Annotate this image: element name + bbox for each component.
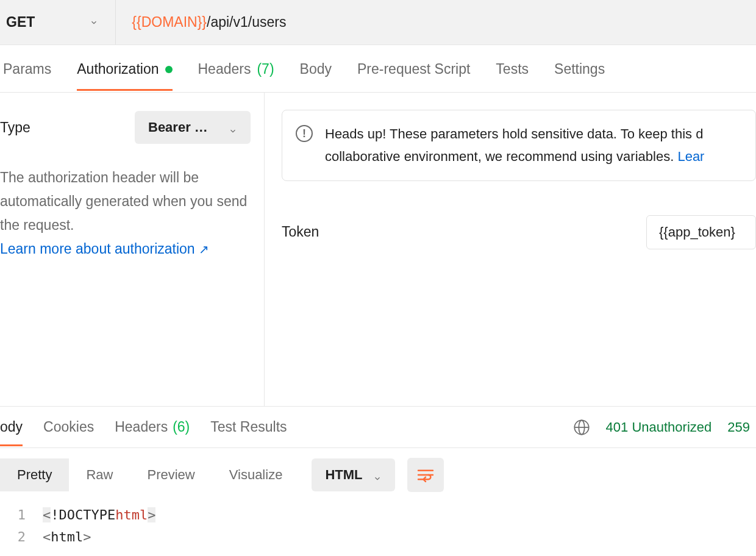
response-tab-cookies[interactable]: Cookies [43, 408, 94, 446]
tab-settings[interactable]: Settings [554, 46, 605, 91]
learn-more-link[interactable]: Learn more about authorization ↗ [0, 241, 209, 257]
auth-type-value: Bearer … [148, 119, 208, 135]
external-link-icon: ↗ [199, 242, 209, 257]
response-tab-body[interactable]: ody [0, 408, 23, 446]
notice-line-2: collaborative environment, we recommend … [325, 149, 677, 164]
tab-headers-count: (7) [257, 61, 274, 77]
url-path: /api/v1/users [207, 14, 286, 30]
tab-params[interactable]: Params [3, 46, 51, 91]
request-url-bar: GET {{DOMAIN}}/api/v1/users [0, 0, 756, 45]
url-input[interactable]: {{DOMAIN}}/api/v1/users [116, 0, 286, 45]
wrap-icon [416, 468, 435, 482]
tab-authorization-label: Authorization [77, 61, 159, 77]
response-view-controls: Pretty Raw Preview Visualize HTML [0, 448, 756, 502]
tab-authorization[interactable]: Authorization [77, 46, 172, 91]
tab-headers-label: Headers [198, 61, 251, 77]
globe-icon[interactable] [573, 419, 590, 436]
response-tabs: ody Cookies Headers (6) Test Results 401… [0, 407, 756, 448]
chevron-down-icon [90, 18, 98, 27]
response-format-select[interactable]: HTML [312, 458, 395, 491]
method-label: GET [6, 14, 35, 30]
response-tab-test-results[interactable]: Test Results [210, 408, 287, 446]
line-number: 1 [0, 507, 43, 522]
token-value: {{app_token} [659, 224, 735, 240]
code-token: < [43, 529, 51, 544]
response-tab-headers-label: Headers [115, 419, 168, 435]
code-token: > [83, 529, 91, 544]
response-tab-headers-count: (6) [173, 419, 190, 435]
chevron-down-icon [229, 123, 237, 132]
auth-type-label: Type [0, 119, 30, 136]
token-label: Token [282, 224, 319, 240]
wrap-lines-button[interactable] [407, 458, 444, 492]
tab-pre-request-script[interactable]: Pre-request Script [357, 46, 470, 91]
response-tab-headers[interactable]: Headers (6) [115, 408, 190, 446]
request-tabs: Params Authorization Headers (7) Body Pr… [0, 45, 756, 93]
code-token: > [148, 507, 155, 522]
view-preview-button[interactable]: Preview [130, 458, 212, 491]
notice-learn-link[interactable]: Lear [677, 149, 704, 164]
view-raw-button[interactable]: Raw [69, 458, 130, 491]
auth-right-column: ! Heads up! These parameters hold sensit… [265, 93, 756, 406]
response-format-value: HTML [325, 467, 362, 483]
view-visualize-button[interactable]: Visualize [212, 458, 300, 491]
auth-description: The authorization header will be automat… [0, 166, 251, 237]
view-pretty-button[interactable]: Pretty [0, 458, 69, 491]
url-variable: {{DOMAIN}} [132, 14, 207, 30]
response-time: 259 [727, 419, 750, 435]
tab-tests[interactable]: Tests [496, 46, 529, 91]
response-status-code: 401 Unauthorized [606, 419, 712, 435]
token-row: Token {{app_token} [282, 215, 756, 249]
notice-body: Heads up! These parameters hold sensitiv… [325, 123, 704, 168]
code-token: html [115, 507, 148, 522]
chevron-down-icon [373, 471, 382, 479]
code-token: < [43, 507, 51, 522]
auth-left-column: Type Bearer … The authorization header w… [0, 93, 265, 406]
learn-more-text: Learn more about authorization [0, 241, 195, 257]
line-number: 2 [0, 529, 43, 544]
view-mode-segment: Pretty Raw Preview Visualize [0, 458, 299, 491]
code-line: 2 <html> [0, 529, 756, 551]
tab-body[interactable]: Body [300, 46, 332, 91]
auth-type-row: Type Bearer … [0, 111, 251, 144]
response-status-area: 401 Unauthorized 259 [573, 419, 750, 436]
token-input[interactable]: {{app_token} [646, 215, 756, 249]
auth-type-select[interactable]: Bearer … [135, 111, 251, 144]
code-token: !DOCTYPE [51, 507, 115, 522]
method-select[interactable]: GET [0, 0, 116, 45]
code-token: html [51, 529, 83, 544]
sensitive-data-notice: ! Heads up! These parameters hold sensit… [282, 110, 756, 181]
response-body-code[interactable]: 1 <!DOCTYPE html> 2 <html> [0, 502, 756, 551]
active-indicator-icon [165, 66, 173, 73]
warning-icon: ! [296, 125, 313, 142]
tab-headers[interactable]: Headers (7) [198, 46, 274, 91]
notice-line-1: Heads up! These parameters hold sensitiv… [325, 126, 703, 141]
code-line: 1 <!DOCTYPE html> [0, 507, 756, 529]
authorization-panel: Type Bearer … The authorization header w… [0, 93, 756, 407]
